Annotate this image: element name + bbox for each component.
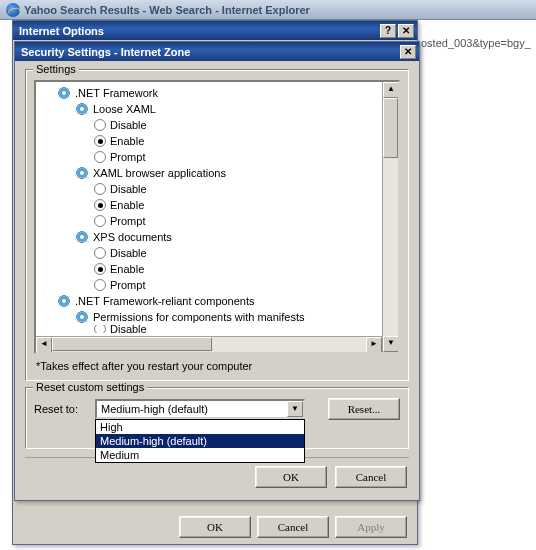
tree-node-loose-xaml[interactable]: Loose XAML bbox=[38, 101, 380, 117]
security-titlebar[interactable]: Security Settings - Internet Zone ✕ bbox=[15, 42, 419, 61]
tree-label: .NET Framework-reliant components bbox=[75, 295, 255, 307]
radio-disable[interactable]: Disable bbox=[38, 181, 380, 197]
tree-node-xaml-apps[interactable]: XAML browser applications bbox=[38, 165, 380, 181]
security-settings-dialog: Security Settings - Internet Zone ✕ Sett… bbox=[14, 41, 420, 501]
tree-label: Loose XAML bbox=[93, 103, 156, 115]
vertical-scrollbar[interactable]: ▲ ▼ bbox=[382, 82, 398, 352]
io-cancel-button[interactable]: Cancel bbox=[257, 516, 329, 538]
scroll-right-icon[interactable]: ► bbox=[366, 337, 382, 353]
radio-prompt[interactable]: Prompt bbox=[38, 149, 380, 165]
reset-groupbox: Reset custom settings Reset to: Medium-h… bbox=[25, 387, 409, 449]
gear-icon bbox=[74, 229, 90, 245]
gear-icon bbox=[74, 101, 90, 117]
gear-icon bbox=[56, 85, 72, 101]
tree-label: Permissions for components with manifest… bbox=[93, 311, 305, 323]
help-button[interactable]: ? bbox=[380, 24, 396, 38]
security-title: Security Settings - Internet Zone bbox=[21, 46, 398, 58]
tree-node-permissions[interactable]: Permissions for components with manifest… bbox=[38, 309, 380, 325]
combo-option-high[interactable]: High bbox=[96, 420, 304, 434]
gear-icon bbox=[74, 309, 90, 325]
radio-enable[interactable]: Enable bbox=[38, 133, 380, 149]
gear-icon bbox=[56, 293, 72, 309]
horizontal-scrollbar[interactable]: ◄ ► bbox=[36, 336, 382, 352]
scroll-thumb[interactable] bbox=[383, 98, 398, 158]
radio-disable[interactable]: Disable bbox=[38, 325, 380, 333]
scroll-up-icon[interactable]: ▲ bbox=[383, 82, 399, 98]
scroll-thumb[interactable] bbox=[52, 337, 212, 351]
radio-enable[interactable]: Enable bbox=[38, 261, 380, 277]
settings-tree[interactable]: .NET Framework Loose XAML Disable Enable… bbox=[34, 80, 400, 354]
ie-logo-icon bbox=[6, 3, 20, 17]
tree-node-reliant[interactable]: .NET Framework-reliant components bbox=[38, 293, 380, 309]
chevron-down-icon[interactable]: ▼ bbox=[287, 401, 303, 417]
internet-options-titlebar[interactable]: Internet Options ? ✕ bbox=[13, 21, 417, 40]
close-button[interactable]: ✕ bbox=[400, 45, 416, 59]
restart-note: *Takes effect after you restart your com… bbox=[34, 354, 400, 372]
combo-option-medium[interactable]: Medium bbox=[96, 448, 304, 462]
tree-node-net-framework[interactable]: .NET Framework bbox=[38, 85, 380, 101]
settings-group-label: Settings bbox=[33, 63, 79, 75]
ie-title-text: Yahoo Search Results - Web Search - Inte… bbox=[24, 4, 310, 16]
ss-ok-button[interactable]: OK bbox=[255, 466, 327, 488]
close-button[interactable]: ✕ bbox=[398, 24, 414, 38]
ss-cancel-button[interactable]: Cancel bbox=[335, 466, 407, 488]
settings-groupbox: Settings .NET Framework Loose XAML Disab… bbox=[25, 69, 409, 381]
reset-button[interactable]: Reset... bbox=[328, 398, 400, 420]
tree-label: .NET Framework bbox=[75, 87, 158, 99]
reset-to-label: Reset to: bbox=[34, 403, 89, 415]
radio-disable[interactable]: Disable bbox=[38, 245, 380, 261]
scroll-down-icon[interactable]: ▼ bbox=[383, 336, 399, 352]
reset-group-label: Reset custom settings bbox=[33, 381, 147, 393]
ie-titlebar: Yahoo Search Results - Web Search - Inte… bbox=[0, 0, 536, 20]
reset-level-combobox[interactable]: Medium-high (default) ▼ High Medium-high… bbox=[95, 399, 305, 419]
tree-label: XAML browser applications bbox=[93, 167, 226, 179]
radio-enable[interactable]: Enable bbox=[38, 197, 380, 213]
tree-label: XPS documents bbox=[93, 231, 172, 243]
address-bar-fragment: osted_003&type=bgy_ bbox=[421, 36, 536, 50]
io-apply-button[interactable]: Apply bbox=[335, 516, 407, 538]
combo-selected-text: Medium-high (default) bbox=[97, 403, 287, 415]
scroll-left-icon[interactable]: ◄ bbox=[36, 337, 52, 353]
radio-prompt[interactable]: Prompt bbox=[38, 277, 380, 293]
radio-prompt[interactable]: Prompt bbox=[38, 213, 380, 229]
tree-node-xps[interactable]: XPS documents bbox=[38, 229, 380, 245]
combo-dropdown-list[interactable]: High Medium-high (default) Medium bbox=[95, 419, 305, 463]
internet-options-title: Internet Options bbox=[19, 25, 378, 37]
io-ok-button[interactable]: OK bbox=[179, 516, 251, 538]
combo-option-medium-high[interactable]: Medium-high (default) bbox=[96, 434, 304, 448]
radio-disable[interactable]: Disable bbox=[38, 117, 380, 133]
gear-icon bbox=[74, 165, 90, 181]
